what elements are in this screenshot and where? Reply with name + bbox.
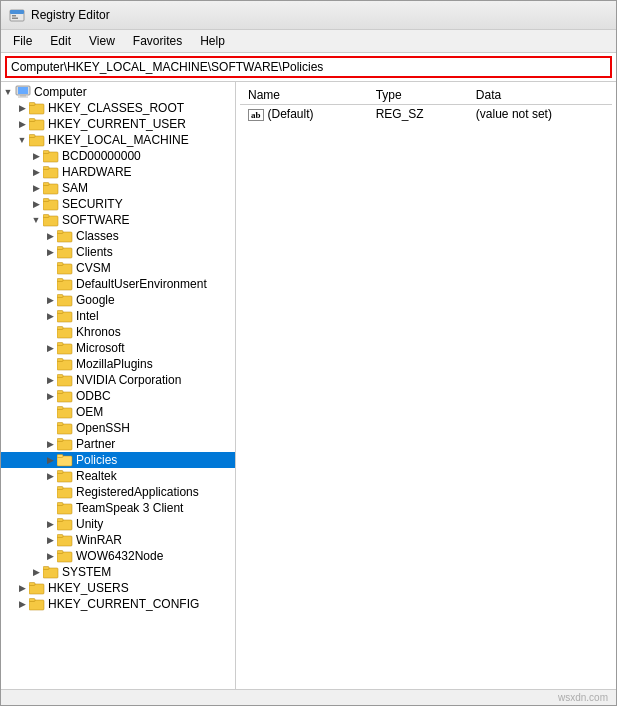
node-label-realtek: Realtek [76, 469, 117, 483]
detail-data: (value not set) [468, 105, 612, 124]
toggle-clients[interactable]: ▶ [43, 247, 57, 257]
folder-icon [43, 197, 59, 211]
tree-node-policies[interactable]: ▶ Policies [1, 452, 235, 468]
tree-node-security[interactable]: ▶ SECURITY [1, 196, 235, 212]
tree-pane[interactable]: ▼ Computer▶ HKEY_CLASSES_ROOT▶ HKEY_CURR… [1, 82, 236, 689]
registry-editor-window: Registry Editor File Edit View Favorites… [0, 0, 617, 706]
tree-node-hardware[interactable]: ▶ HARDWARE [1, 164, 235, 180]
folder-icon [57, 261, 73, 275]
menu-edit[interactable]: Edit [42, 32, 79, 50]
tree-node-teamspeak[interactable]: TeamSpeak 3 Client [1, 500, 235, 516]
tree-node-intel[interactable]: ▶ Intel [1, 308, 235, 324]
toggle-realtek[interactable]: ▶ [43, 471, 57, 481]
svg-rect-61 [57, 519, 63, 522]
tree-node-software[interactable]: ▼ SOFTWARE [1, 212, 235, 228]
svg-rect-19 [43, 183, 49, 186]
tree-node-hkey_current_config[interactable]: ▶ HKEY_CURRENT_CONFIG [1, 596, 235, 612]
toggle-hardware[interactable]: ▶ [29, 167, 43, 177]
tree-node-hkey_current_user[interactable]: ▶ HKEY_CURRENT_USER [1, 116, 235, 132]
folder-icon [57, 293, 73, 307]
tree-node-defaultuserenv[interactable]: DefaultUserEnvironment [1, 276, 235, 292]
tree-node-clients[interactable]: ▶ Clients [1, 244, 235, 260]
toggle-hkey_current_config[interactable]: ▶ [15, 599, 29, 609]
tree-node-registeredapps[interactable]: RegisteredApplications [1, 484, 235, 500]
tree-node-cvsm[interactable]: CVSM [1, 260, 235, 276]
toggle-classes[interactable]: ▶ [43, 231, 57, 241]
toggle-hkey_local_machine[interactable]: ▼ [15, 135, 29, 145]
svg-rect-59 [57, 503, 63, 506]
toggle-intel[interactable]: ▶ [43, 311, 57, 321]
tree-node-google[interactable]: ▶ Google [1, 292, 235, 308]
menu-help[interactable]: Help [192, 32, 233, 50]
node-label-software: SOFTWARE [62, 213, 130, 227]
ab-icon: ab [248, 109, 264, 121]
tree-node-system[interactable]: ▶ SYSTEM [1, 564, 235, 580]
svg-rect-13 [29, 135, 35, 138]
toggle-hkey_current_user[interactable]: ▶ [15, 119, 29, 129]
folder-icon [57, 517, 73, 531]
tree-node-hkey_users[interactable]: ▶ HKEY_USERS [1, 580, 235, 596]
toggle-hkey_classes_root[interactable]: ▶ [15, 103, 29, 113]
tree-node-sam[interactable]: ▶ SAM [1, 180, 235, 196]
svg-rect-2 [12, 15, 16, 17]
svg-rect-49 [57, 423, 63, 426]
toggle-wow6432[interactable]: ▶ [43, 551, 57, 561]
toggle-nvidia[interactable]: ▶ [43, 375, 57, 385]
tree-node-hkey_classes_root[interactable]: ▶ HKEY_CLASSES_ROOT [1, 100, 235, 116]
tree-node-bcd[interactable]: ▶ BCD00000000 [1, 148, 235, 164]
toggle-computer[interactable]: ▼ [1, 87, 15, 97]
toggle-software[interactable]: ▼ [29, 215, 43, 225]
tree-node-wow6432[interactable]: ▶ WOW6432Node [1, 548, 235, 564]
tree-node-classes[interactable]: ▶ Classes [1, 228, 235, 244]
table-row[interactable]: ab(Default)REG_SZ(value not set) [240, 105, 612, 124]
node-label-google: Google [76, 293, 115, 307]
computer-icon [15, 85, 31, 99]
toggle-sam[interactable]: ▶ [29, 183, 43, 193]
svg-rect-37 [57, 327, 63, 330]
tree-node-winrar[interactable]: ▶ WinRAR [1, 532, 235, 548]
toggle-bcd[interactable]: ▶ [29, 151, 43, 161]
detail-table: Name Type Data ab(Default)REG_SZ(value n… [240, 86, 612, 123]
node-label-wow6432: WOW6432Node [76, 549, 163, 563]
svg-rect-43 [57, 375, 63, 378]
tree-node-openssh[interactable]: OpenSSH [1, 420, 235, 436]
tree-node-oem[interactable]: OEM [1, 404, 235, 420]
tree-node-unity[interactable]: ▶ Unity [1, 516, 235, 532]
toggle-microsoft[interactable]: ▶ [43, 343, 57, 353]
toggle-google[interactable]: ▶ [43, 295, 57, 305]
tree-node-mozillaplugins[interactable]: MozillaPlugins [1, 356, 235, 372]
toggle-partner[interactable]: ▶ [43, 439, 57, 449]
menu-file[interactable]: File [5, 32, 40, 50]
tree-node-partner[interactable]: ▶ Partner [1, 436, 235, 452]
tree-node-computer[interactable]: ▼ Computer [1, 84, 235, 100]
toggle-hkey_users[interactable]: ▶ [15, 583, 29, 593]
toggle-security[interactable]: ▶ [29, 199, 43, 209]
address-bar-input[interactable] [5, 56, 612, 78]
folder-icon [43, 181, 59, 195]
toggle-policies[interactable]: ▶ [43, 455, 57, 465]
menu-view[interactable]: View [81, 32, 123, 50]
node-label-cvsm: CVSM [76, 261, 111, 275]
node-label-oem: OEM [76, 405, 103, 419]
title-bar-text: Registry Editor [31, 8, 110, 22]
tree-node-nvidia[interactable]: ▶ NVIDIA Corporation [1, 372, 235, 388]
tree-node-odbc[interactable]: ▶ ODBC [1, 388, 235, 404]
node-label-hkey_classes_root: HKEY_CLASSES_ROOT [48, 101, 184, 115]
folder-icon [57, 325, 73, 339]
toggle-unity[interactable]: ▶ [43, 519, 57, 529]
svg-rect-39 [57, 343, 63, 346]
svg-rect-51 [57, 439, 63, 442]
folder-icon [57, 389, 73, 403]
tree-node-realtek[interactable]: ▶ Realtek [1, 468, 235, 484]
menu-favorites[interactable]: Favorites [125, 32, 190, 50]
toggle-system[interactable]: ▶ [29, 567, 43, 577]
status-bar: wsxdn.com [1, 689, 616, 705]
toggle-winrar[interactable]: ▶ [43, 535, 57, 545]
toggle-odbc[interactable]: ▶ [43, 391, 57, 401]
tree-node-khronos[interactable]: Khronos [1, 324, 235, 340]
folder-icon [57, 357, 73, 371]
registry-app-icon [9, 7, 25, 23]
tree-node-microsoft[interactable]: ▶ Microsoft [1, 340, 235, 356]
tree-node-hkey_local_machine[interactable]: ▼ HKEY_LOCAL_MACHINE [1, 132, 235, 148]
folder-icon [57, 405, 73, 419]
